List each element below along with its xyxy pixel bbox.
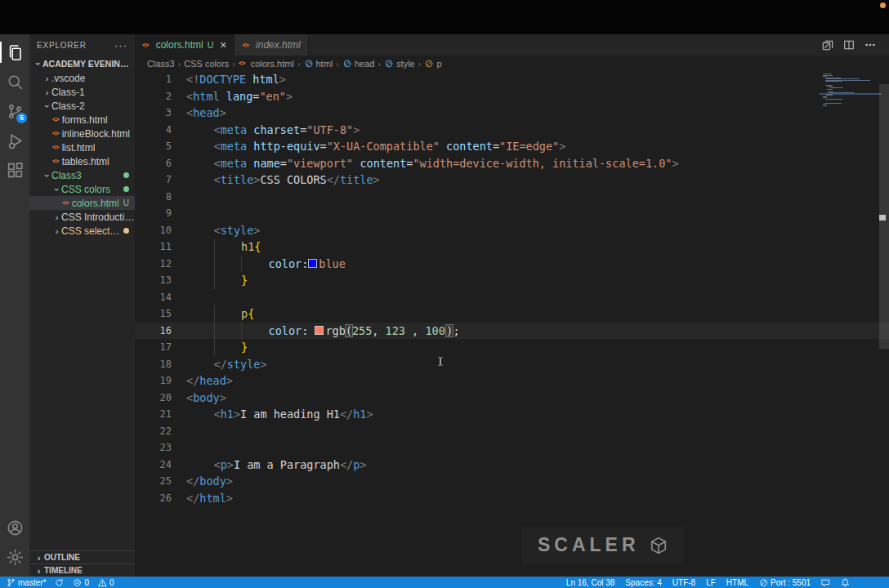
split-editor-icon[interactable] xyxy=(843,39,855,51)
code-line-1[interactable]: 1<!DOCTYPE html> xyxy=(135,71,889,88)
status-lf[interactable]: LF xyxy=(706,578,716,587)
activity-item-source-control[interactable]: 5 xyxy=(0,96,29,126)
code-line-7[interactable]: 7<title>CSS COLORS</title> xyxy=(135,172,889,189)
tree-item-css-colors[interactable]: ›CSS colors xyxy=(29,182,135,196)
code-line-22[interactable]: 22 xyxy=(135,423,889,440)
code-line-11[interactable]: 11h1{ xyxy=(135,238,889,256)
code-line-6[interactable]: 6<meta name="viewport" content="width=de… xyxy=(135,155,889,172)
indent-guide xyxy=(214,238,242,256)
close-icon[interactable]: × xyxy=(220,39,226,51)
code-line-8[interactable]: 8 xyxy=(135,189,889,206)
tree-item-forms-html[interactable]: <>forms.html xyxy=(29,113,135,127)
code-line-25[interactable]: 25</body> xyxy=(135,473,889,490)
minimap[interactable] xyxy=(823,74,878,106)
status-label: master* xyxy=(18,578,46,587)
tree-item-class3[interactable]: ›Class3 xyxy=(29,168,135,182)
code-line-10[interactable]: 10<style> xyxy=(135,222,889,239)
status-feedback-icon[interactable] xyxy=(821,578,830,587)
tab-colors-html[interactable]: <>colors.htmlU× xyxy=(135,34,235,56)
tree-item--vscode[interactable]: ›.vscode xyxy=(29,71,135,85)
vertical-scrollbar[interactable] xyxy=(879,84,889,349)
code-line-24[interactable]: 24<p>I am a Paragraph</p> xyxy=(135,457,889,474)
line-text: <style> xyxy=(186,222,260,239)
token: h1 xyxy=(221,406,234,423)
code-editor[interactable]: 1<!DOCTYPE html>2<html lang="en">3<head>… xyxy=(135,71,889,577)
tree-item-css-selectors[interactable]: ›CSS selectors xyxy=(29,224,135,238)
line-text: } xyxy=(186,272,248,289)
code-line-13[interactable]: 13} xyxy=(135,272,889,289)
breadcrumb-item-head[interactable]: head xyxy=(342,59,374,69)
status-master-[interactable]: master* xyxy=(7,578,46,587)
token: < xyxy=(214,155,221,172)
status-0[interactable]: 0 xyxy=(73,578,89,587)
activity-item-settings[interactable] xyxy=(0,542,29,572)
breadcrumb-item-p[interactable]: p xyxy=(424,59,441,69)
status-label: UTF-8 xyxy=(672,578,695,587)
more-actions-icon[interactable] xyxy=(864,39,876,51)
status-label: 0 xyxy=(109,578,114,587)
tab-index-html[interactable]: <>index.html xyxy=(235,34,308,56)
more-actions-icon[interactable]: ··· xyxy=(114,39,127,51)
editor-actions xyxy=(822,34,889,56)
activity-bar-top: 5 xyxy=(0,38,29,185)
code-line-19[interactable]: 19</head> xyxy=(135,372,889,390)
sidebar-section-timeline[interactable]: ›TIMELINE xyxy=(29,564,135,577)
activity-item-search[interactable] xyxy=(0,67,29,96)
code-line-20[interactable]: 20<body> xyxy=(135,390,889,407)
activity-item-account[interactable] xyxy=(0,513,29,542)
activity-item-run-debug[interactable] xyxy=(0,126,29,155)
tree-item-academy-evening-firs-[interactable]: ›ACADEMY EVENING FIRS... xyxy=(29,56,135,71)
tree-item-list-html[interactable]: <>list.html xyxy=(29,140,135,154)
activity-item-extensions[interactable] xyxy=(0,155,29,185)
status-0[interactable]: 0 xyxy=(98,578,114,587)
breadcrumb-item-colors-html[interactable]: <>colors.html xyxy=(239,59,294,69)
code-line-21[interactable]: 21<h1>I am heading H1</h1> xyxy=(135,406,889,423)
tree-item-css-introduction[interactable]: ›CSS Introduction xyxy=(29,210,135,224)
code-line-16[interactable]: 16color: rgb(255, 123 , 100); xyxy=(135,323,889,340)
tree-item-class-2[interactable]: ›Class-2 xyxy=(29,99,135,113)
tree-item-inlineblock-html[interactable]: <>inlineBlock.html xyxy=(29,127,135,140)
status-sync-icon[interactable] xyxy=(55,578,64,587)
tree-item-class-1[interactable]: ›Class-1 xyxy=(29,85,135,99)
code-line-2[interactable]: 2<html lang="en"> xyxy=(135,88,889,105)
main-area: 5 EXPLORER ··· ›ACADEMY EVENING FIRS...›… xyxy=(0,34,889,577)
code-line-26[interactable]: 26</html> xyxy=(135,490,889,507)
breadcrumb-item-class3[interactable]: Class3 xyxy=(147,59,175,69)
indent-guide xyxy=(186,339,214,356)
status-html[interactable]: HTML xyxy=(726,578,748,587)
code-line-15[interactable]: 15p{ xyxy=(135,305,889,323)
status-port-5501[interactable]: Port : 5501 xyxy=(759,578,811,587)
code-line-3[interactable]: 3<head> xyxy=(135,105,889,122)
tab-label: colors.html xyxy=(156,39,203,51)
breadcrumb-item-html[interactable]: html xyxy=(304,59,333,69)
code-line-4[interactable]: 4<meta charset="UTF-8"> xyxy=(135,122,889,139)
status-spaces-4[interactable]: Spaces: 4 xyxy=(625,578,661,587)
breadcrumb-item-css-colors[interactable]: CSS colors xyxy=(184,59,229,69)
line-number: 11 xyxy=(135,238,186,256)
breadcrumb-item-style[interactable]: style xyxy=(384,59,415,69)
open-changes-icon[interactable] xyxy=(822,39,833,51)
code-line-14[interactable]: 14 xyxy=(135,289,889,306)
activity-item-explorer[interactable] xyxy=(0,38,29,67)
status-ln-16-col-38[interactable]: Ln 16, Col 38 xyxy=(566,578,615,587)
code-line-23[interactable]: 23 xyxy=(135,439,889,457)
status-utf-8[interactable]: UTF-8 xyxy=(672,578,695,587)
color-swatch xyxy=(315,326,324,335)
token: = xyxy=(300,122,306,139)
sidebar-section-outline[interactable]: ›OUTLINE xyxy=(29,550,135,564)
tree-item-colors-html[interactable]: <>colors.htmlU xyxy=(29,196,135,210)
chevron-right-icon: › xyxy=(34,553,44,563)
code-line-5[interactable]: 5<meta http-equiv="X-UA-Compatible" cont… xyxy=(135,138,889,155)
indent-guide xyxy=(186,406,214,423)
tree-item-tables-html[interactable]: <>tables.html xyxy=(29,154,135,168)
line-number: 15 xyxy=(135,305,186,323)
tree-item-label: Class-2 xyxy=(51,100,85,112)
status-bell-icon[interactable] xyxy=(841,578,850,587)
code-line-18[interactable]: 18</style> xyxy=(135,356,889,373)
breadcrumb-separator: › xyxy=(178,59,181,69)
code-line-17[interactable]: 17} xyxy=(135,339,889,356)
token: blue xyxy=(319,256,346,273)
code-line-12[interactable]: 12color:blue xyxy=(135,256,889,273)
code-line-9[interactable]: 9 xyxy=(135,205,889,222)
line-number: 4 xyxy=(135,122,186,139)
